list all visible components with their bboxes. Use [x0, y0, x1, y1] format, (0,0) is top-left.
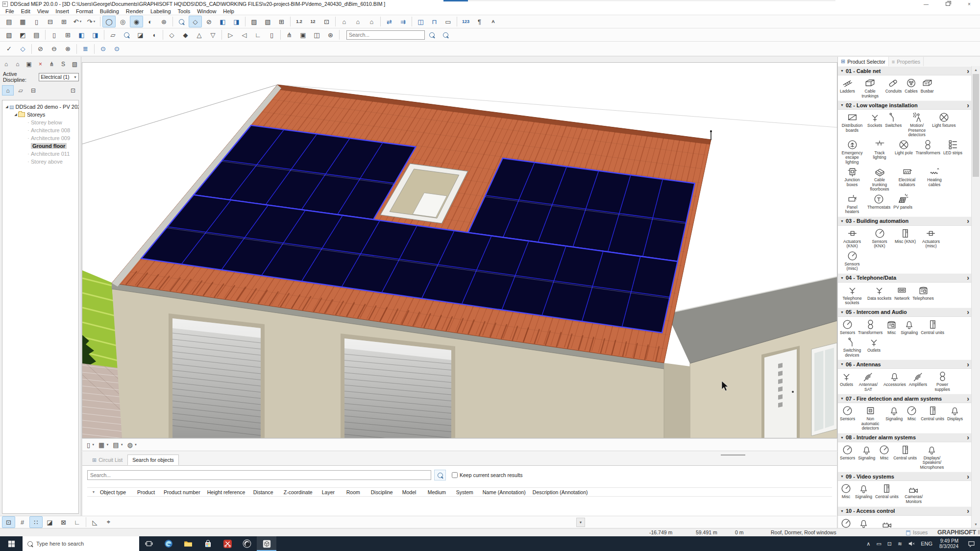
ddscad-taskbar-button[interactable]: [257, 536, 276, 551]
product-item-sensors[interactable]: Sensors: [840, 444, 855, 461]
menu-tools[interactable]: Tools: [174, 8, 194, 15]
insert-plug-button[interactable]: ⋔: [283, 29, 296, 41]
product-item-actuators-misc-[interactable]: Actuators (misc): [919, 227, 943, 249]
product-item-signaling[interactable]: Signaling: [858, 444, 875, 461]
annotation-tool-button[interactable]: ¶: [473, 16, 486, 27]
action-center-button[interactable]: [962, 540, 980, 548]
tree-expander-icon[interactable]: ◢: [13, 113, 18, 117]
dimension-chain-button[interactable]: 12: [306, 16, 319, 27]
column-header-object-type[interactable]: Object type: [100, 489, 137, 495]
column-header-height-reference[interactable]: Height reference: [207, 489, 253, 495]
product-item-junction-boxes[interactable]: Junction boxes: [840, 166, 864, 187]
insert-product-button[interactable]: ▧: [2, 29, 16, 41]
section-cut-button[interactable]: ⊘: [202, 16, 216, 27]
schematic-view-button[interactable]: S: [58, 59, 68, 69]
category-header-02[interactable]: ▼02 - Low voltage installation›: [838, 100, 972, 110]
text-tool-button[interactable]: A: [487, 16, 500, 27]
menu-render[interactable]: Render: [122, 8, 147, 15]
electrical-systems-button[interactable]: ⋔: [47, 59, 57, 69]
graphisoft-id-logo[interactable]: GRAPHISOFT ID: [937, 529, 980, 536]
product-item-accessories[interactable]: Accessories: [883, 370, 906, 387]
view-layers-button[interactable]: ⊟: [27, 85, 39, 96]
product-item-pv-panels[interactable]: PV panels: [893, 193, 912, 210]
column-header-system[interactable]: System: [456, 489, 483, 495]
collapse-icon[interactable]: ▼: [840, 103, 844, 107]
menu-format[interactable]: Format: [73, 8, 97, 15]
product-item-network[interactable]: Network: [894, 284, 909, 301]
tree-project-root[interactable]: ◢▤DDScad 20 demo - PV 2024: [2, 103, 78, 111]
tab-properties[interactable]: ≡ Properties: [889, 57, 924, 66]
product-item-ladders[interactable]: Ladders: [840, 77, 855, 94]
collapse-icon[interactable]: ▼: [840, 219, 844, 223]
product-item-emergency-escape-lighting[interactable]: Emergency escape lighting: [840, 139, 864, 165]
hide-numbers-button[interactable]: ⊗: [61, 43, 74, 55]
view-circuit-mode-button[interactable]: ◎: [116, 16, 129, 27]
roof-tool-button[interactable]: ⌂: [338, 16, 351, 27]
reference-model-button[interactable]: ×: [35, 59, 46, 69]
product-item-misc[interactable]: Misc: [840, 517, 852, 528]
product-item-displays[interactable]: Displays: [947, 405, 963, 422]
dock-resize-grip[interactable]: [721, 455, 745, 455]
column-header-distance[interactable]: Distance: [253, 489, 284, 495]
view-rotation-mode-button[interactable]: ◐: [144, 16, 157, 27]
collapse-icon[interactable]: ▼: [840, 362, 844, 366]
window[interactable]: [811, 343, 837, 436]
column-header-product[interactable]: Product: [137, 489, 164, 495]
building-elements-button[interactable]: ▦▼: [97, 439, 110, 450]
restore-button[interactable]: [937, 0, 958, 8]
product-item-busbar[interactable]: Busbar: [921, 77, 934, 94]
product-item-cable-trunkings[interactable]: Cable trunkings: [858, 77, 882, 98]
pattern-tool-button[interactable]: ▧: [261, 16, 274, 27]
column-header-medium[interactable]: Medium: [428, 489, 456, 495]
menu-building[interactable]: Building: [97, 8, 122, 15]
product-item-actuators-knx-[interactable]: Actuators (KNX): [840, 227, 864, 249]
export-model-button[interactable]: ⇉: [396, 16, 410, 27]
product-item-light-pole[interactable]: Light pole: [895, 139, 913, 156]
clock[interactable]: 9:49 PM 8/3/2024: [935, 538, 962, 549]
storey-tool-button[interactable]: ⌂: [351, 16, 365, 27]
category-header-06[interactable]: ▼06 - Antennas›: [838, 359, 972, 369]
dimension-area-button[interactable]: ⊡: [320, 16, 333, 27]
wifi-icon[interactable]: ≋: [895, 541, 905, 547]
entry-door[interactable]: [761, 346, 800, 438]
favorite-search-button[interactable]: [425, 29, 439, 41]
product-item-thermostats[interactable]: Thermostats: [867, 193, 890, 210]
product-item-transformers[interactable]: Transformers: [858, 318, 882, 335]
product-item-transformers[interactable]: Transformers: [916, 139, 940, 156]
origin-axis-button[interactable]: ∟: [71, 516, 84, 528]
tree-storeys-folder[interactable]: ◢Storeys: [2, 111, 78, 119]
product-item-cameras-monitors[interactable]: Cameras/ Monitors: [902, 482, 926, 504]
product-item-data-sockets[interactable]: Data sockets: [867, 284, 891, 301]
column-header-name-annotation-[interactable]: Name (Annotation): [483, 489, 533, 495]
category-header-10[interactable]: ▼10 - Access control›: [838, 506, 972, 516]
toolbar-overflow-button[interactable]: ▼: [576, 518, 585, 527]
collapse-icon[interactable]: ▼: [840, 509, 844, 513]
product-item-conduits[interactable]: Conduits: [885, 77, 902, 94]
table-tool-button[interactable]: ⊞: [275, 16, 288, 27]
product-item-light-fixtures[interactable]: Light fixtures: [932, 111, 956, 128]
product-item-sensors-misc-[interactable]: Sensors (misc): [840, 250, 864, 271]
ceiling-point-button[interactable]: ⊛: [324, 29, 337, 41]
product-item-central-units[interactable]: Central units: [921, 318, 944, 335]
category-header-03[interactable]: ▼03 - Building automation›: [838, 216, 972, 226]
print-preview-button[interactable]: ⊞: [57, 16, 71, 27]
product-item-central-units[interactable]: Central units: [921, 405, 944, 422]
product-item-motion-presence-detectors[interactable]: Motion/ Presence detectors: [905, 111, 929, 138]
product-item-misc[interactable]: Misc: [885, 318, 898, 335]
dimension-tool-button[interactable]: 1.2: [293, 16, 306, 27]
product-item-power-supplies[interactable]: Power supplies: [930, 370, 955, 392]
view-style-button[interactable]: ▯▼: [85, 439, 96, 450]
view-building-button[interactable]: ⌂: [2, 85, 14, 96]
column-header-discipline[interactable]: Discipline: [371, 489, 402, 495]
camera-3d-button[interactable]: ◇: [16, 43, 29, 55]
category-header-04[interactable]: ▼04 - Telephone/Data›: [838, 273, 972, 283]
garage-door[interactable]: [341, 334, 455, 438]
copy-storey-button[interactable]: ▣: [24, 59, 34, 69]
product-item-central-units[interactable]: Central units: [875, 482, 899, 500]
language-indicator[interactable]: ENG: [918, 541, 935, 547]
confirm-selection-button[interactable]: ✓: [2, 43, 16, 55]
import-model-button[interactable]: ⇄: [383, 16, 396, 27]
category-header-09[interactable]: ▼09 - Video systems›: [838, 472, 972, 481]
collapse-icon[interactable]: ▼: [840, 475, 844, 478]
product-item-led-strips[interactable]: LED strips: [943, 139, 962, 156]
